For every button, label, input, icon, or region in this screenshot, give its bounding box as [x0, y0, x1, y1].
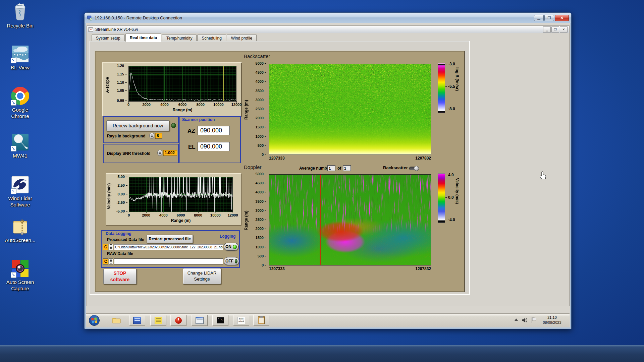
- remote-tray-expand-icon[interactable]: [515, 318, 518, 321]
- range-ytick-label: 1000: [256, 134, 267, 138]
- remote-quicklaunch-folder-icon[interactable]: [112, 316, 121, 325]
- shortcut-arrow-icon: [11, 100, 16, 106]
- backscatter-colorbar: [438, 63, 445, 113]
- range-ytick-label: 1500: [256, 125, 267, 129]
- rdp-close-button[interactable]: ✕: [555, 15, 569, 21]
- rdp-icon: [87, 15, 92, 20]
- desktop-icon-label: BL-View: [3, 64, 37, 71]
- remote-task-button-window-app[interactable]: [192, 315, 208, 326]
- app-window-title: StreamLine XR v14-6.vi: [95, 27, 542, 32]
- tab-real-time-data[interactable]: Real time data: [125, 34, 161, 42]
- doppler-x-end: 1207832: [415, 266, 431, 271]
- change-lidar-settings-button[interactable]: Change LiDAR Settings: [183, 268, 221, 284]
- stop-software-button[interactable]: STOP software: [103, 269, 137, 284]
- rdp-titlebar[interactable]: 192.168.0.150 - Remote Desktop Connectio…: [85, 13, 571, 23]
- range-ytick-label: 4500: [256, 181, 267, 185]
- doppler-cbar-tick-mid: 0.0: [445, 195, 454, 200]
- auto-screen-capture-icon: [11, 259, 30, 278]
- window-app-icon: [196, 317, 204, 324]
- range-ytick-label: 3500: [256, 89, 267, 93]
- remote-task-button-blue-app[interactable]: [129, 315, 145, 326]
- mouse-cursor-hand: [539, 171, 547, 180]
- remote-tray-volume-icon[interactable]: [522, 317, 528, 323]
- desktop-icon-label: Google Chrome: [3, 107, 37, 119]
- range-ytick-label: 1000: [256, 245, 267, 249]
- remote-task-button-sticky-note[interactable]: [150, 315, 166, 326]
- doppler-ytick-labels: 5000450040003500300025002000150010005000: [95, 174, 267, 265]
- desktop-icon-mw41[interactable]: MW41: [3, 133, 37, 159]
- app-close-button[interactable]: ✕: [560, 26, 568, 33]
- doppler-cbar-tick-top: 4.0: [445, 173, 454, 177]
- remote-task-button-scan-sched[interactable]: Scan sched: [233, 315, 249, 326]
- rdp-minimize-button[interactable]: ▁: [534, 15, 544, 21]
- app-maximize-button[interactable]: ❐: [551, 26, 559, 33]
- range-ytick-label: 4000: [256, 79, 267, 83]
- desktop-icon-wind-lidar[interactable]: Wind Lidar Software: [3, 175, 37, 208]
- change-line2: Settings: [194, 276, 210, 282]
- range-ytick-label: 500: [258, 143, 267, 147]
- remote-task-button-clipboard[interactable]: [253, 315, 269, 326]
- range-ytick-label: 5000: [256, 61, 267, 65]
- average-total-field[interactable]: 1: [343, 165, 351, 171]
- desktop-icon-recycle-bin[interactable]: Recycle Bin: [3, 3, 37, 29]
- backscatter-heatmap: [269, 64, 431, 155]
- remote-clock-time: 21:10: [539, 315, 566, 320]
- range-ytick-label: 4500: [256, 70, 267, 74]
- tab-scheduling[interactable]: Scheduling: [197, 35, 226, 42]
- desktop-icon-auto-screen-capture[interactable]: Auto Screen Capture: [3, 259, 37, 292]
- remote-task-button-power[interactable]: [170, 315, 186, 326]
- remote-start-button[interactable]: [89, 315, 100, 326]
- tab-temp-humidity[interactable]: Temp/humidity: [162, 35, 197, 42]
- backscatter-cbar-tick-top: -3.0: [445, 62, 455, 66]
- app-titlebar[interactable]: StreamLine XR v14-6.vi ▁ ❐ ✕: [87, 26, 569, 33]
- range-ytick-label: 2000: [256, 116, 267, 120]
- scan-sched-icon: Scan sched: [237, 317, 245, 324]
- remote-task-button-console[interactable]: C:\_: [212, 315, 228, 326]
- zip-folder-icon: [11, 217, 30, 236]
- range-ytick-label: 0: [262, 153, 267, 157]
- stop-line1: STOP: [114, 270, 126, 277]
- app-minimize-button[interactable]: ▁: [543, 26, 551, 33]
- clipboard-icon: [258, 316, 265, 324]
- range-ytick-label: 3000: [256, 208, 267, 213]
- backscatter-title: Backscatter: [244, 53, 270, 59]
- backscatter-xaxis: 1207333 1207832: [269, 156, 431, 161]
- stop-line2: software: [110, 277, 130, 283]
- desktop-icon-google-chrome[interactable]: Google Chrome: [3, 86, 37, 119]
- range-ytick-label: 500: [258, 254, 267, 258]
- doppler-heatmap: [269, 174, 431, 265]
- desktop-icon-label: Auto Screen Capture: [3, 279, 37, 292]
- range-ytick-label: 1500: [256, 236, 267, 240]
- backscatter-cbar-tick-bot: -8.0: [445, 107, 455, 111]
- tab-page: A-scope 1.201.151.101.050.99 02000400060…: [90, 41, 470, 295]
- recycle-bin-icon: [11, 3, 30, 21]
- backscatter-toggle[interactable]: [409, 167, 419, 170]
- backscatter-x-end: 1207832: [415, 156, 431, 161]
- backscatter-ytick-labels: 5000450040003500300025002000150010005000: [95, 64, 267, 155]
- desktop-icon-bl-view[interactable]: BL-View: [3, 45, 37, 71]
- doppler-xaxis: 1207333 1207832: [269, 266, 431, 271]
- range-ytick-label: 4000: [256, 190, 267, 194]
- shortcut-arrow-icon: [11, 146, 16, 152]
- shortcut-arrow-icon: [11, 272, 16, 278]
- bl-view-icon: [11, 45, 30, 63]
- remote-tray-flag-icon[interactable]: [531, 317, 537, 323]
- average-number-field[interactable]: 1: [327, 165, 335, 171]
- wind-lidar-icon: [11, 175, 30, 194]
- doppler-cbar-label: Velocity (m/s): [455, 178, 460, 222]
- desktop-icon-label: Recycle Bin: [3, 22, 37, 29]
- desktop-icon-label: MW41: [3, 153, 37, 159]
- rdp-window: 192.168.0.150 - Remote Desktop Connectio…: [84, 12, 572, 329]
- tab-wind-profile[interactable]: Wind profile: [227, 35, 257, 42]
- remote-tray-clock[interactable]: 21:10 08/08/2023: [539, 315, 566, 325]
- desktop: Recycle Bin BL-View Google Chrome: [0, 0, 644, 362]
- range-ytick-label: 2500: [256, 107, 267, 111]
- desktop-icon-label: AutoScreen...: [3, 237, 37, 243]
- backscatter-cbar-label: log B (/m/sr): [455, 67, 460, 111]
- tab-system-setup[interactable]: System setup: [92, 35, 125, 42]
- range-ytick-label: 3000: [256, 98, 267, 102]
- blue-app-icon: [133, 317, 141, 324]
- range-ytick-label: 2000: [256, 227, 267, 231]
- desktop-icon-autoscreen-zip[interactable]: AutoScreen...: [3, 217, 37, 243]
- rdp-maximize-button[interactable]: ❐: [544, 15, 554, 21]
